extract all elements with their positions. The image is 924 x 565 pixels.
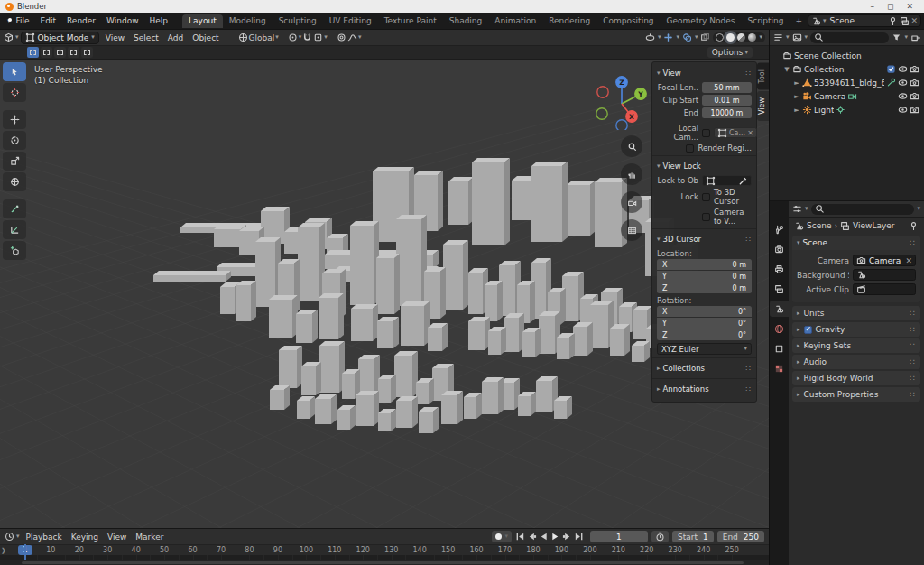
- properties-tab-world[interactable]: [770, 320, 789, 337]
- viewport-zoom-button[interactable]: [621, 135, 642, 157]
- background-scene-field[interactable]: [853, 269, 916, 281]
- gizmo-axis-x-neg[interactable]: [597, 87, 608, 97]
- tool-transform-button[interactable]: [3, 172, 26, 191]
- new-collection-icon[interactable]: [910, 32, 920, 42]
- next-keyframe-button[interactable]: [562, 532, 573, 542]
- timeline-menu-keying[interactable]: Keying: [67, 531, 103, 543]
- workspace-tab-shading[interactable]: Shading: [443, 14, 489, 28]
- timeline-scrollbar[interactable]: [0, 560, 769, 565]
- local-camera-checkbox[interactable]: [702, 129, 710, 137]
- gizmo-axis-y-neg[interactable]: [596, 108, 607, 119]
- timeline-menu-marker[interactable]: Marker: [131, 531, 168, 543]
- city-building[interactable]: [319, 346, 339, 393]
- snap-controls[interactable]: ▾ ▾: [288, 32, 328, 42]
- city-building[interactable]: [557, 338, 569, 359]
- expand-caret-icon[interactable]: ►: [793, 79, 800, 87]
- cursor-location-z-field[interactable]: Z0 m: [657, 282, 752, 293]
- 3d-cursor-section-header[interactable]: ▾3D Cursor∷: [657, 232, 752, 246]
- viewport-menu-object[interactable]: Object: [188, 32, 223, 44]
- city-building[interactable]: [319, 298, 338, 339]
- editor-type-3d-viewport-icon[interactable]: [4, 32, 14, 42]
- gravity-checkbox[interactable]: [804, 326, 812, 334]
- properties-tab-object[interactable]: [770, 340, 789, 357]
- properties-section-keying-sets[interactable]: ▸Keying Sets∷: [792, 338, 920, 353]
- city-building[interactable]: [315, 399, 331, 424]
- tool-move-button[interactable]: [3, 110, 26, 129]
- xray-toggle-icon[interactable]: [700, 32, 710, 42]
- city-building[interactable]: [419, 412, 433, 433]
- rotation-mode-dropdown[interactable]: XYZ Euler▾: [657, 343, 752, 355]
- outliner-row-53394611-bldg-6677[interactable]: ►53394611_bldg_6677: [772, 76, 922, 89]
- material-preview-button[interactable]: [737, 33, 745, 42]
- city-building[interactable]: [269, 300, 292, 338]
- outliner-search-input[interactable]: [810, 32, 889, 43]
- city-building[interactable]: [448, 181, 468, 225]
- city-building[interactable]: [610, 329, 624, 356]
- select-mode-new-button[interactable]: [27, 47, 39, 58]
- select-mode-extend-button[interactable]: [41, 47, 52, 58]
- city-building[interactable]: [468, 273, 483, 314]
- workspace-tab-layout[interactable]: Layout: [182, 14, 223, 28]
- orientation-selector[interactable]: Global ▾: [238, 32, 279, 42]
- camera-to-view-checkbox[interactable]: [702, 213, 710, 221]
- city-building[interactable]: [518, 396, 531, 416]
- city-building[interactable]: [153, 275, 226, 282]
- play-reverse-button[interactable]: [539, 532, 550, 542]
- viewport-grid-ortho-button[interactable]: [621, 219, 642, 241]
- city-building[interactable]: [396, 401, 412, 428]
- scene-panel-header[interactable]: ▾Scene∷: [792, 236, 920, 250]
- minimize-button[interactable]: –: [870, 2, 874, 11]
- city-building[interactable]: [396, 219, 421, 306]
- viewport-menu-add[interactable]: Add: [163, 32, 188, 44]
- maximize-button[interactable]: ◻: [887, 2, 893, 11]
- exclude-checkbox[interactable]: [886, 64, 896, 74]
- jump-first-button[interactable]: [515, 532, 526, 542]
- menu-edit[interactable]: Edit: [35, 14, 61, 27]
- 3d-viewport[interactable]: User Perspective (1) Collection ZYX ▾Vie…: [0, 60, 769, 528]
- workspace-tab-geometry-nodes[interactable]: Geometry Nodes: [661, 14, 742, 28]
- city-building[interactable]: [220, 287, 235, 314]
- viewport-menu-select[interactable]: Select: [129, 32, 163, 44]
- render-region-checkbox[interactable]: [686, 144, 694, 153]
- annotations-section-header[interactable]: ▸Annotations∷: [657, 382, 752, 396]
- breadcrumb-viewlayer[interactable]: ViewLayer: [853, 221, 894, 230]
- clip-end-field[interactable]: 10000 m: [702, 107, 752, 118]
- options-button[interactable]: Options ▾: [707, 47, 753, 58]
- city-building[interactable]: [633, 310, 647, 339]
- auto-keyframe-button[interactable]: ▾: [492, 531, 512, 542]
- city-building[interactable]: [416, 383, 429, 404]
- city-building[interactable]: [356, 395, 374, 426]
- properties-search-input[interactable]: [811, 204, 915, 215]
- viewport-menu-view[interactable]: View: [101, 32, 129, 44]
- city-building[interactable]: [270, 390, 284, 410]
- sidebar-tab-view[interactable]: View: [757, 91, 769, 121]
- local-camera-field[interactable]: Ca... ✕: [714, 127, 757, 138]
- city-building[interactable]: [632, 346, 644, 362]
- city-building[interactable]: [378, 413, 391, 431]
- city-building[interactable]: [376, 258, 394, 314]
- city-building[interactable]: [337, 410, 350, 430]
- tool-scale-button[interactable]: [3, 152, 26, 171]
- city-building[interactable]: [573, 327, 587, 356]
- viewport-camera-view-button[interactable]: [621, 191, 642, 213]
- menu-window[interactable]: Window: [101, 14, 144, 27]
- properties-tab-scene[interactable]: [770, 301, 789, 317]
- outliner-row-collection[interactable]: ▼Collection: [772, 62, 922, 76]
- cursor-location-y-field[interactable]: Y0 m: [657, 271, 752, 282]
- scene-camera-field[interactable]: Camera ✕: [853, 255, 916, 266]
- jump-last-button[interactable]: [574, 532, 585, 542]
- city-building[interactable]: [522, 332, 535, 357]
- object-visibility-icon[interactable]: [645, 32, 655, 42]
- filter-id-type-icon[interactable]: [792, 32, 802, 42]
- duplicate-icon[interactable]: [900, 16, 910, 26]
- city-building[interactable]: [394, 356, 412, 397]
- disable-render-camera-icon[interactable]: [910, 105, 919, 115]
- city-building[interactable]: [297, 401, 310, 419]
- play-button[interactable]: [550, 532, 561, 542]
- city-building[interactable]: [567, 185, 590, 236]
- expand-caret-icon[interactable]: ►: [793, 107, 800, 114]
- select-mode-intersect-button[interactable]: [81, 47, 93, 58]
- editor-type-timeline-icon[interactable]: [5, 532, 14, 542]
- proportional-edit-controls[interactable]: ▾: [337, 32, 362, 42]
- viewport-pan-button[interactable]: [621, 163, 642, 185]
